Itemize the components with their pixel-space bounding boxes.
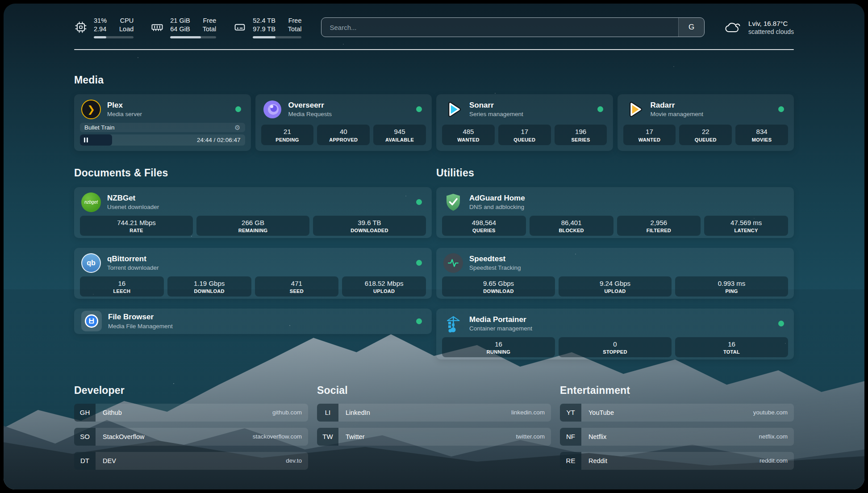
bookmark-group-entertainment: Entertainment YT YouTube youtube.com NF … (560, 384, 794, 470)
nzbget-card[interactable]: nzbget NZBGet Usenet downloader 744.21 M… (74, 187, 432, 238)
bookmark-stackoverflow[interactable]: SO StackOverflow stackoverflow.com (74, 428, 308, 446)
adguard-title: AdGuard Home (469, 194, 525, 203)
section-title-social: Social (317, 384, 551, 397)
bookmark-dev[interactable]: DT DEV dev.to (74, 452, 308, 470)
bookmark-group-social: Social LI LinkedIn linkedin.com TW Twitt… (317, 384, 551, 470)
cpu-icon (74, 21, 88, 34)
adguard-stat-blocked: 86,401BLOCKED (530, 216, 613, 236)
scattered-clouds-icon (724, 20, 742, 34)
bookmark-label: StackOverflow (103, 428, 144, 446)
memory-values: 21 GiB64 GiB (170, 17, 190, 33)
adguard-card[interactable]: AdGuard Home DNS and adblocking 498,564Q… (436, 187, 794, 238)
sonarr-status-dot (597, 106, 603, 112)
search-input[interactable] (321, 18, 678, 37)
bookmark-label: Twitter (346, 428, 365, 446)
nzbget-icon: nzbget (81, 192, 101, 212)
playback-progress-fill (80, 134, 112, 146)
radarr-stat-queued: 22QUEUED (679, 125, 732, 145)
adguard-stat-queries: 498,564QUERIES (442, 216, 526, 236)
speedtest-icon (443, 253, 463, 273)
bookmark-domain: github.com (272, 404, 302, 422)
radarr-subtitle: Movie management (651, 111, 704, 117)
bookmark-youtube[interactable]: YT YouTube youtube.com (560, 404, 794, 422)
section-title-utilities: Utilities (436, 167, 794, 179)
radarr-card[interactable]: Radarr Movie management 17WANTED 22QUEUE… (618, 94, 794, 151)
plex-subtitle: Media server (107, 111, 142, 117)
snow-speckles (4, 4, 4, 4)
qbittorrent-card[interactable]: qb qBittorrent Torrent downloader 16LEEC… (74, 248, 432, 299)
bookmark-group-developer: Developer GH Github github.com SO StackO… (74, 384, 308, 470)
bookmark-domain: linkedin.com (511, 404, 545, 422)
disk-progress-bar (253, 36, 301, 38)
bookmark-reddit[interactable]: RE Reddit reddit.com (560, 452, 794, 470)
portainer-card[interactable]: Media Portainer Container management 16R… (436, 309, 794, 359)
pause-icon (84, 138, 85, 142)
bookmark-domain: stackoverflow.com (253, 428, 302, 446)
portainer-stat-stopped: 0STOPPED (559, 337, 672, 357)
twitter-abbr-icon: TW (317, 428, 338, 446)
top-bar: 31%2.94 CPULoad (74, 17, 794, 38)
speedtest-stat-upload: 9.24 GbpsUPLOAD (559, 276, 672, 297)
adguard-stat-latency: 47.569 msLATENCY (704, 216, 788, 236)
filebrowser-icon (81, 311, 102, 331)
bookmark-domain: twitter.com (516, 428, 545, 446)
cpu-widget: 31%2.94 CPULoad (74, 17, 134, 38)
bookmark-domain: dev.to (286, 452, 302, 470)
cpu-values: 31%2.94 (94, 17, 107, 33)
portainer-status-dot (778, 321, 784, 326)
plex-now-playing: Bullet Train ⚙ 24:44 / 02:06:47 (74, 123, 251, 151)
filebrowser-card[interactable]: File Browser Media File Management (74, 309, 432, 334)
bookmark-label: YouTube (588, 404, 614, 422)
cpu-labels: CPULoad (119, 17, 134, 33)
reddit-abbr-icon: RE (560, 452, 581, 470)
speedtest-subtitle: Speedtest Tracking (469, 264, 521, 271)
adguard-icon (443, 192, 463, 212)
plex-status-dot (235, 106, 241, 112)
overseerr-stat-approved: 40APPROVED (317, 125, 370, 145)
filebrowser-status-dot (416, 318, 422, 324)
weather-widget[interactable]: Lviv, 16.87°C scattered clouds (724, 20, 794, 35)
speedtest-title: Speedtest (469, 255, 521, 263)
sonarr-stat-wanted: 485WANTED (442, 125, 495, 145)
plex-title: Plex (107, 101, 142, 110)
radarr-stat-movies: 834MOVIES (735, 125, 788, 145)
portainer-title: Media Portainer (469, 315, 532, 324)
overseerr-card[interactable]: Overseerr Media Requests 21PENDING 40APP… (255, 94, 432, 151)
bookmark-domain: youtube.com (753, 404, 788, 422)
nzbget-status-dot (416, 199, 422, 205)
qbittorrent-icon: qb (81, 253, 101, 273)
playback-progress-bar[interactable]: 24:44 / 02:06:47 (80, 134, 245, 146)
adguard-subtitle: DNS and adblocking (469, 204, 525, 210)
session-settings-icon[interactable]: ⚙ (234, 124, 240, 131)
overseerr-title: Overseerr (288, 101, 332, 110)
system-stats: 31%2.94 CPULoad (74, 17, 301, 38)
search-engine-button[interactable]: G (678, 18, 704, 37)
plex-card[interactable]: ❯ Plex Media server Bullet Train ⚙ (74, 94, 251, 151)
bookmark-twitter[interactable]: TW Twitter twitter.com (317, 428, 551, 446)
playback-time: 24:44 / 02:06:47 (197, 137, 241, 143)
bookmark-linkedin[interactable]: LI LinkedIn linkedin.com (317, 404, 551, 422)
filebrowser-title: File Browser (108, 313, 173, 322)
sonarr-card[interactable]: Sonarr Series management 485WANTED 17QUE… (436, 94, 613, 151)
speedtest-card[interactable]: Speedtest Speedtest Tracking 9.65 GbpsDO… (436, 248, 794, 299)
radarr-icon (625, 100, 644, 119)
linkedin-abbr-icon: LI (317, 404, 338, 422)
netflix-abbr-icon: NF (560, 428, 581, 446)
sonarr-subtitle: Series management (469, 111, 523, 117)
qbittorrent-stat-download: 1.19 GbpsDOWNLOAD (167, 276, 251, 297)
section-title-entertainment: Entertainment (560, 384, 794, 397)
search-bar: G (321, 17, 705, 37)
section-title-developer: Developer (74, 384, 308, 397)
bookmark-label: Reddit (588, 452, 607, 470)
radarr-title: Radarr (651, 101, 704, 110)
disk-icon (233, 21, 246, 34)
overseerr-subtitle: Media Requests (288, 111, 332, 117)
bookmark-netflix[interactable]: NF Netflix netflix.com (560, 428, 794, 446)
weather-condition: scattered clouds (748, 28, 794, 35)
bookmark-github[interactable]: GH Github github.com (74, 404, 308, 422)
dashboard-screen: 31%2.94 CPULoad (4, 4, 864, 489)
adguard-stat-filtered: 2,956FILTERED (617, 216, 701, 236)
filebrowser-subtitle: Media File Management (108, 323, 173, 330)
youtube-abbr-icon: YT (560, 404, 581, 422)
header-divider (74, 49, 794, 50)
